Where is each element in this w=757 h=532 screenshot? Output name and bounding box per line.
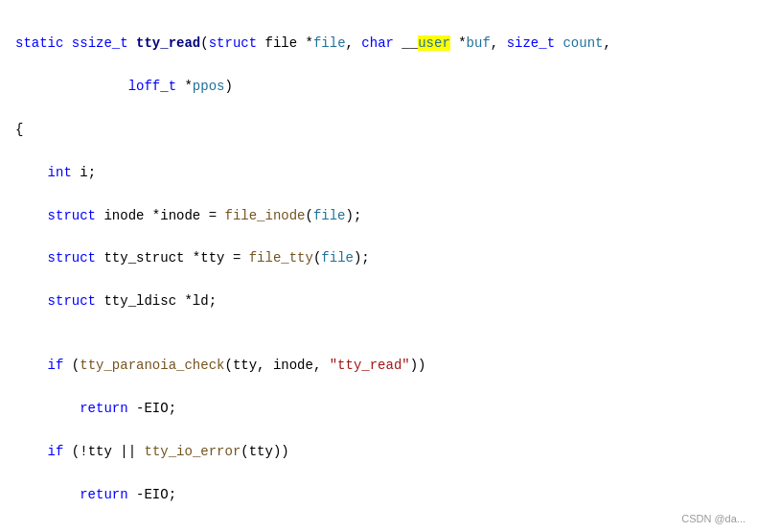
watermark: CSDN @da... (681, 513, 746, 524)
code-block: static ssize_t tty_read(struct file *fil… (0, 0, 757, 532)
